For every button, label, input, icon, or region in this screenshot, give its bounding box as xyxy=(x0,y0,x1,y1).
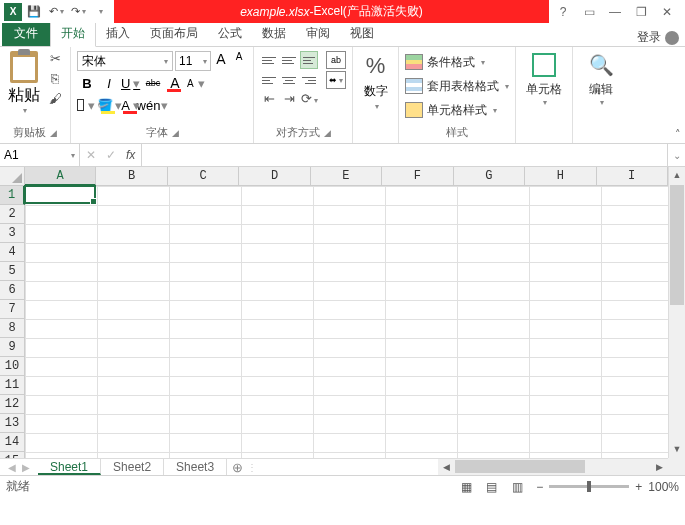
paste-button[interactable]: 粘贴 ▾ xyxy=(6,51,42,123)
tab-review[interactable]: 审阅 xyxy=(296,22,340,46)
phonetic-guide-button[interactable]: wén▾ xyxy=(143,95,163,115)
cells-button[interactable]: 单元格▾ xyxy=(522,51,566,126)
row-header[interactable]: 14 xyxy=(0,433,25,452)
column-header[interactable]: D xyxy=(239,167,310,186)
column-header[interactable]: I xyxy=(597,167,668,186)
row-header[interactable]: 13 xyxy=(0,414,25,433)
zoom-slider[interactable] xyxy=(549,485,629,488)
row-header[interactable]: 10 xyxy=(0,357,25,376)
cancel-formula-button[interactable]: ✕ xyxy=(86,148,96,162)
italic-button[interactable]: I xyxy=(99,73,119,93)
select-all-button[interactable] xyxy=(0,167,25,186)
font-dialog-launcher[interactable]: ◢ xyxy=(172,128,179,138)
row-header[interactable]: 12 xyxy=(0,395,25,414)
row-header[interactable]: 5 xyxy=(0,262,25,281)
align-left-button[interactable] xyxy=(260,71,278,89)
cells-area[interactable] xyxy=(25,186,668,458)
merge-center-button[interactable]: ⬌▾ xyxy=(326,71,346,89)
tab-view[interactable]: 视图 xyxy=(340,22,384,46)
column-header[interactable]: G xyxy=(454,167,525,186)
sheet-nav-next-button[interactable]: ▶ xyxy=(22,462,30,473)
restore-button[interactable]: ❐ xyxy=(631,5,651,19)
scroll-right-button[interactable]: ▶ xyxy=(651,462,668,472)
conditional-formatting-button[interactable]: 条件格式▾ xyxy=(405,51,509,73)
increase-indent-button[interactable]: ⇥ xyxy=(280,91,298,106)
large-a-icon[interactable]: A xyxy=(165,73,185,93)
redo-button[interactable]: ↷▾ xyxy=(68,2,88,22)
sheet-tab-2[interactable]: Sheet2 xyxy=(101,459,164,475)
undo-button[interactable]: ↶▾ xyxy=(46,2,66,22)
sheet-nav-prev-button[interactable]: ◀ xyxy=(8,462,16,473)
clipboard-dialog-launcher[interactable]: ◢ xyxy=(50,128,57,138)
tab-insert[interactable]: 插入 xyxy=(96,22,140,46)
scroll-up-button[interactable]: ▲ xyxy=(669,167,685,184)
row-header[interactable]: 11 xyxy=(0,376,25,395)
sheet-tab-3[interactable]: Sheet3 xyxy=(164,459,227,475)
zoom-out-button[interactable]: − xyxy=(536,480,543,494)
percent-icon[interactable]: % xyxy=(361,51,391,81)
grow-font-button[interactable]: A xyxy=(213,51,229,71)
row-header[interactable]: 9 xyxy=(0,338,25,357)
font-color-button[interactable]: A▾ xyxy=(121,95,141,115)
user-avatar-icon[interactable] xyxy=(665,31,679,45)
page-layout-view-button[interactable]: ▤ xyxy=(481,480,503,494)
row-header[interactable]: 8 xyxy=(0,319,25,338)
sheet-split-handle[interactable]: ⋮ xyxy=(247,462,253,473)
align-top-button[interactable] xyxy=(260,51,278,69)
column-header[interactable]: E xyxy=(311,167,382,186)
align-middle-button[interactable] xyxy=(280,51,298,69)
formula-input[interactable] xyxy=(142,144,667,166)
column-header[interactable]: B xyxy=(96,167,167,186)
sheet-tab-1[interactable]: Sheet1 xyxy=(38,459,101,475)
expand-formula-bar-button[interactable]: ⌄ xyxy=(667,144,685,166)
number-format-label[interactable]: 数字 xyxy=(364,83,388,100)
align-right-button[interactable] xyxy=(300,71,318,89)
shrink-font-button[interactable]: A xyxy=(231,51,247,71)
normal-view-button[interactable]: ▦ xyxy=(456,480,478,494)
tab-home[interactable]: 开始 xyxy=(50,21,96,47)
format-as-table-button[interactable]: 套用表格格式▾ xyxy=(405,75,509,97)
orientation-button[interactable]: ⟳▾ xyxy=(300,91,318,106)
tab-formulas[interactable]: 公式 xyxy=(208,22,252,46)
row-header[interactable]: 2 xyxy=(0,205,25,224)
zoom-level-label[interactable]: 100% xyxy=(648,480,679,494)
name-box[interactable]: A1▾ xyxy=(0,144,80,166)
excel-icon[interactable]: X xyxy=(4,3,22,21)
cell-styles-button[interactable]: 单元格样式▾ xyxy=(405,99,509,121)
font-name-combo[interactable]: 宋体▾ xyxy=(77,51,173,71)
horizontal-scroll-thumb[interactable] xyxy=(455,460,585,473)
row-header[interactable]: 7 xyxy=(0,300,25,319)
login-label[interactable]: 登录 xyxy=(637,29,661,46)
save-button[interactable]: 💾 xyxy=(24,2,44,22)
zoom-in-button[interactable]: + xyxy=(635,480,642,494)
help-button[interactable]: ? xyxy=(553,5,573,19)
decrease-indent-button[interactable]: ⇤ xyxy=(260,91,278,106)
row-header[interactable]: 4 xyxy=(0,243,25,262)
number-dropdown[interactable]: ▾ xyxy=(375,102,379,111)
strikethrough-button[interactable]: abc xyxy=(143,73,163,93)
column-header[interactable]: F xyxy=(382,167,453,186)
format-painter-button[interactable]: 🖌 xyxy=(46,91,64,109)
row-header[interactable]: 3 xyxy=(0,224,25,243)
minimize-button[interactable]: — xyxy=(605,5,625,19)
align-center-button[interactable] xyxy=(280,71,298,89)
close-button[interactable]: ✕ xyxy=(657,5,677,19)
small-a-icon[interactable]: A▾ xyxy=(187,73,207,93)
tab-page-layout[interactable]: 页面布局 xyxy=(140,22,208,46)
column-header[interactable]: A xyxy=(25,167,96,186)
vertical-scrollbar[interactable]: ▲ ▼ xyxy=(668,167,685,458)
tab-data[interactable]: 数据 xyxy=(252,22,296,46)
horizontal-scrollbar[interactable]: ◀ ▶ xyxy=(438,458,668,475)
accept-formula-button[interactable]: ✓ xyxy=(106,148,116,162)
bold-button[interactable]: B xyxy=(77,73,97,93)
add-sheet-button[interactable]: ⊕ xyxy=(227,460,247,475)
row-header[interactable]: 6 xyxy=(0,281,25,300)
align-bottom-button[interactable] xyxy=(300,51,318,69)
editing-button[interactable]: 🔍 编辑▾ xyxy=(579,51,623,126)
insert-function-button[interactable]: fx xyxy=(126,148,135,162)
row-header[interactable]: 1 xyxy=(0,186,25,205)
tab-file[interactable]: 文件 xyxy=(2,22,50,46)
copy-button[interactable]: ⎘ xyxy=(46,71,64,89)
ribbon-display-options-button[interactable]: ▭ xyxy=(579,5,599,19)
column-header[interactable]: C xyxy=(168,167,239,186)
